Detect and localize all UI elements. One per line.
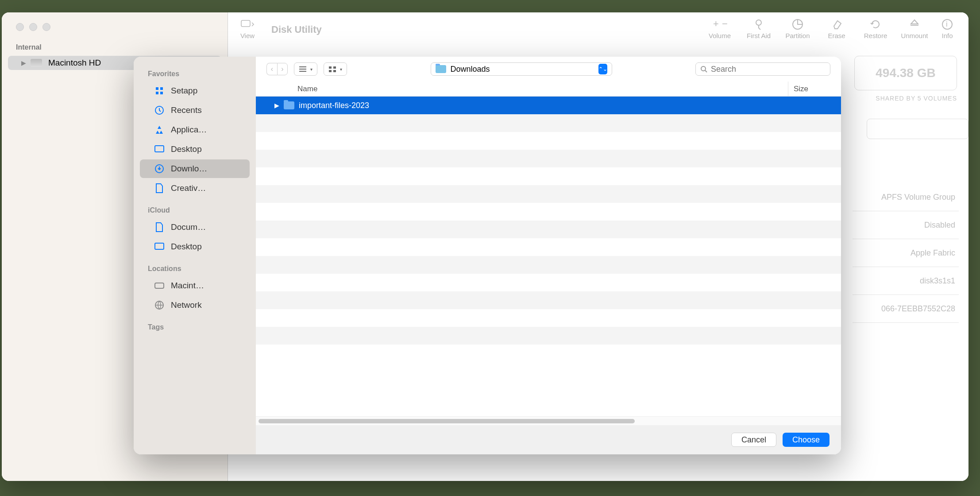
globe-icon xyxy=(154,300,165,310)
svg-rect-20 xyxy=(333,70,336,72)
sidebar-item-network[interactable]: Network xyxy=(140,296,250,314)
sidebar-item-icloud-desktop[interactable]: Desktop xyxy=(140,237,250,256)
capacity-value: 494.38 GB xyxy=(876,66,935,80)
setapp-icon xyxy=(154,85,165,96)
fp-section-icloud: iCloud xyxy=(134,198,256,217)
sidebar-item-applications[interactable]: Applica… xyxy=(140,120,250,139)
toolbar-label: Restore xyxy=(864,32,887,39)
sidebar-item-downloads[interactable]: Downlo… xyxy=(140,159,250,178)
svg-text:i: i xyxy=(946,20,948,28)
column-header-name[interactable]: Name xyxy=(256,81,788,96)
search-field[interactable] xyxy=(695,62,830,76)
disk-icon xyxy=(31,59,42,67)
restore-icon[interactable] xyxy=(869,17,882,32)
svg-text:+: + xyxy=(713,19,719,29)
detail-value: Disabled xyxy=(924,221,955,230)
location-label: Downloads xyxy=(451,65,490,74)
folder-icon xyxy=(284,101,294,109)
view-button[interactable] xyxy=(236,17,259,32)
svg-rect-0 xyxy=(241,20,250,27)
capacity-box: 494.38 GB xyxy=(854,56,957,90)
toolbar-label: Info xyxy=(941,32,953,39)
close-button[interactable] xyxy=(16,23,24,31)
erase-icon[interactable] xyxy=(830,17,843,32)
empty-row xyxy=(256,327,841,345)
zoom-button[interactable] xyxy=(42,23,50,31)
detail-value: disk3s1s1 xyxy=(920,276,955,286)
fp-section-tags: Tags xyxy=(134,315,256,334)
empty-row xyxy=(256,274,841,291)
fp-section-favorites: Favorites xyxy=(134,62,256,81)
search-input[interactable] xyxy=(711,65,826,74)
unmount-icon[interactable] xyxy=(908,17,921,32)
partition-icon[interactable] xyxy=(791,17,804,32)
detail-value: 066-7EEBB7552C28 xyxy=(881,304,955,314)
choose-button[interactable]: Choose xyxy=(783,433,830,447)
sidebar-item-label: Docum… xyxy=(171,222,206,232)
first-aid-icon[interactable] xyxy=(752,17,765,32)
file-name: important-files-2023 xyxy=(299,101,369,110)
empty-row xyxy=(256,132,841,150)
empty-row xyxy=(256,291,841,309)
sidebar-item-desktop[interactable]: Desktop xyxy=(140,140,250,159)
toolbar-label: Partition xyxy=(785,32,810,39)
doc-icon xyxy=(154,183,165,194)
svg-rect-9 xyxy=(156,92,158,94)
view-mode-list[interactable]: ▾ xyxy=(294,62,317,76)
detail-table: APFS Volume Group Disabled Apple Fabric … xyxy=(853,183,959,323)
view-mode-icons[interactable]: ▾ xyxy=(324,62,347,76)
fp-footer: Cancel Choose xyxy=(256,425,841,454)
sidebar-item-label: Desktop xyxy=(171,242,202,252)
back-button[interactable]: ‹ xyxy=(266,63,277,75)
svg-rect-8 xyxy=(160,87,163,90)
minimize-button[interactable] xyxy=(29,23,37,31)
column-header-row: Name Size xyxy=(256,81,841,97)
fp-toolbar: ‹ › ▾ ▾ Downloads ⌃⌄ xyxy=(256,57,841,81)
svg-rect-15 xyxy=(155,283,164,288)
svg-rect-12 xyxy=(155,146,164,152)
file-list[interactable]: ▶ important-files-2023 xyxy=(256,97,841,416)
sidebar-item-setapp[interactable]: Setapp xyxy=(140,81,250,100)
svg-rect-19 xyxy=(329,70,332,72)
search-icon xyxy=(700,66,707,73)
empty-row xyxy=(256,256,841,274)
empty-row xyxy=(256,309,841,327)
toolbar-label: Volume xyxy=(709,32,731,39)
toolbar-label: Erase xyxy=(828,32,845,39)
capacity-caption: SHARED BY 5 VOLUMES xyxy=(876,95,957,102)
window-controls xyxy=(2,13,228,31)
svg-point-21 xyxy=(701,66,706,71)
info-icon[interactable]: i xyxy=(941,17,953,32)
sidebar-item-label: Macint… xyxy=(171,281,204,291)
empty-row xyxy=(256,150,841,167)
svg-rect-14 xyxy=(155,243,164,249)
sidebar-item-label: Network xyxy=(171,300,202,310)
folder-icon xyxy=(436,65,446,73)
empty-row xyxy=(256,238,841,256)
du-sidebar-item-label: Macintosh HD xyxy=(48,58,101,68)
svg-text:−: − xyxy=(722,19,728,29)
forward-button[interactable]: › xyxy=(277,63,288,75)
file-row[interactable]: ▶ important-files-2023 xyxy=(256,97,841,114)
cancel-button[interactable]: Cancel xyxy=(731,433,776,447)
sidebar-item-label: Applica… xyxy=(171,125,207,135)
sidebar-item-recents[interactable]: Recents xyxy=(140,101,250,120)
horizontal-scrollbar[interactable] xyxy=(256,416,841,425)
toolbar-label: First Aid xyxy=(747,32,771,39)
sidebar-item-label: Setapp xyxy=(171,86,197,96)
sidebar-item-label: Downlo… xyxy=(171,164,207,174)
location-dropdown[interactable]: Downloads ⌃⌄ xyxy=(431,62,612,76)
column-header-size[interactable]: Size xyxy=(788,81,841,96)
volume-add-icon[interactable]: +− xyxy=(710,17,729,32)
sidebar-item-macintosh-hd[interactable]: Macint… xyxy=(140,276,250,295)
empty-row xyxy=(256,203,841,221)
apps-icon xyxy=(154,124,165,135)
download-icon xyxy=(154,163,165,174)
window-title: Disk Utility xyxy=(271,12,322,35)
du-sidebar-section-h: Internal xyxy=(2,31,228,56)
fp-main: ‹ › ▾ ▾ Downloads ⌃⌄ Name Size xyxy=(256,57,841,454)
toolbar-label: Unmount xyxy=(901,32,928,39)
sidebar-item-documents[interactable]: Docum… xyxy=(140,218,250,236)
svg-point-3 xyxy=(756,20,761,25)
sidebar-item-creative[interactable]: Creativ… xyxy=(140,179,250,198)
